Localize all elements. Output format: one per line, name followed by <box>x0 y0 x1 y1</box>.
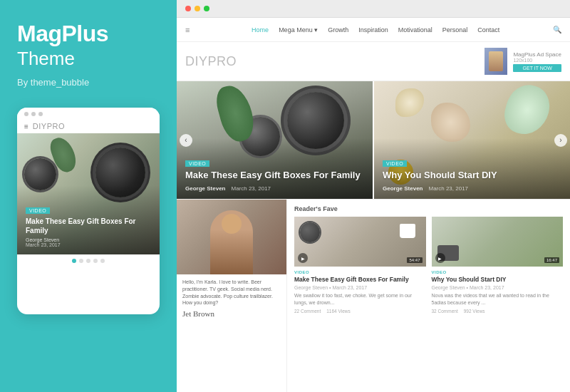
card2-excerpt: Nova was the videos that we all wanted t… <box>432 292 564 306</box>
hero-slider: ‹ VIDEO Make These Easy Gift Boxes For F… <box>177 81 570 199</box>
mobile-hero-author: George Steven <box>26 237 151 242</box>
mobile-hamburger-icon: ≡ <box>24 123 28 130</box>
browser-dot-minimize[interactable] <box>195 6 200 11</box>
ad-size: 120x100 <box>513 58 561 63</box>
browser-content: ≡ Home Mega Menu ▾ Growth Inspiration Mo… <box>177 18 570 392</box>
article-card-1: ▶ 54:47 VIDEO Make These Easy Gift Boxes… <box>294 217 426 314</box>
mobile-mockup: ≡ DIYPRO VIDEO Make These Easy Gift Boxe… <box>17 108 160 314</box>
card1-comments: 22 Comment <box>294 309 321 314</box>
brand-author: By theme_bubble <box>17 77 89 88</box>
bio-image <box>177 200 286 274</box>
bio-paragraph: Hello, I'm Karla. I love to write. Beer … <box>182 279 281 306</box>
ad-image <box>484 48 507 75</box>
mobile-dot-3 <box>38 112 43 116</box>
lower-section: Hello, I'm Karla. I love to write. Beer … <box>177 199 570 392</box>
mobile-hero-tag: VIDEO <box>26 207 50 214</box>
card2-title[interactable]: Why You Should Start DIY <box>432 276 564 284</box>
nav-motivational[interactable]: Motivational <box>398 26 432 33</box>
articles-panel: Reader's Fave ▶ 54:47 VIDEO Make These E… <box>287 200 570 392</box>
nav-growth[interactable]: Growth <box>328 26 348 33</box>
mobile-top-bar <box>17 108 160 119</box>
bio-panel: Hello, I'm Karla. I love to write. Beer … <box>177 200 287 392</box>
card1-tag: VIDEO <box>294 270 426 274</box>
slide-2: VIDEO Why You Should Start DIY George St… <box>373 81 570 199</box>
slide-1-overlay: VIDEO Make These Easy Gift Boxes For Fam… <box>177 138 373 199</box>
site-ad: MagPlus Ad Space 120x100 GET IT NOW <box>484 48 561 75</box>
slide-1-tag: VIDEO <box>185 160 209 167</box>
nav-contact[interactable]: Contact <box>477 26 499 33</box>
brand-name: MagPlus Theme <box>17 21 108 70</box>
site-header: DIYPRO MagPlus Ad Space 120x100 GET IT N… <box>177 42 570 81</box>
nav-search-icon[interactable]: 🔍 <box>553 26 561 33</box>
card1-play-icon: ▶ <box>298 253 308 263</box>
card2-tag: VIDEO <box>432 270 564 274</box>
ad-get-it-now-button[interactable]: GET IT NOW <box>513 64 561 72</box>
browser-dot-maximize[interactable] <box>204 6 209 11</box>
slide-2-tag: VIDEO <box>383 160 407 167</box>
card2-meta: George Steven • March 23, 2017 <box>432 285 564 290</box>
bio-person-body <box>210 210 253 274</box>
slide2-flower2 <box>431 103 470 142</box>
slide2-flower1 <box>395 88 424 117</box>
slide-2-date: March 23, 2017 <box>428 185 468 192</box>
card2-views: 992 Views <box>464 309 485 314</box>
card1-stats: 22 Comment 1164 Views <box>294 309 426 314</box>
site-logo: DIYPRO <box>185 54 237 69</box>
mobile-nav-bar: ≡ DIYPRO <box>17 119 160 133</box>
slide-2-author: George Steven <box>383 185 423 192</box>
nav-inspiration[interactable]: Inspiration <box>358 26 388 33</box>
nav-mega-menu[interactable]: Mega Menu ▾ <box>279 26 318 33</box>
page-dot-5 <box>100 259 105 263</box>
mobile-logo: DIYPRO <box>33 122 65 130</box>
mobile-pagination <box>17 254 160 267</box>
slide-1-author: George Steven <box>185 185 225 192</box>
nav-personal[interactable]: Personal <box>442 26 468 33</box>
article-cards: ▶ 54:47 VIDEO Make These Easy Gift Boxes… <box>294 217 563 314</box>
slide-2-meta: George Steven March 23, 2017 <box>383 185 561 192</box>
card2-duration-badge: 16:47 <box>544 257 559 263</box>
card1-views: 1164 Views <box>326 309 351 314</box>
nav-home[interactable]: Home <box>252 26 269 33</box>
bio-text: Hello, I'm Karla. I love to write. Beer … <box>177 274 286 322</box>
browser-chrome <box>177 0 570 18</box>
slide-1-date: March 23, 2017 <box>231 185 271 192</box>
right-panel: ≡ Home Mega Menu ▾ Growth Inspiration Mo… <box>177 0 570 392</box>
article-card-1-image: ▶ 54:47 <box>294 217 426 267</box>
mobile-hero-image: VIDEO Make These Easy Gift Boxes For Fam… <box>17 133 160 254</box>
ad-label: MagPlus Ad Space <box>513 51 561 58</box>
article-card-2-image: ▶ 16:47 <box>432 217 564 267</box>
nav-hamburger-icon[interactable]: ≡ <box>185 26 190 34</box>
card1-cup <box>400 224 415 238</box>
card1-excerpt: We swallow it too fast, we choke. We get… <box>294 292 426 306</box>
site-nav: ≡ Home Mega Menu ▾ Growth Inspiration Mo… <box>177 18 570 42</box>
mobile-dot-1 <box>24 112 28 116</box>
mobile-hero-date: March 23, 2017 <box>26 242 151 247</box>
browser-dot-close[interactable] <box>185 6 191 11</box>
mobile-hero-title: Make These Easy Gift Boxes For Family <box>26 217 151 235</box>
card1-meta: George Steven • March 23, 2017 <box>294 285 426 290</box>
mobile-hero-overlay: VIDEO Make These Easy Gift Boxes For Fam… <box>17 185 160 254</box>
ad-text-block: MagPlus Ad Space 120x100 GET IT NOW <box>513 51 561 72</box>
card1-title[interactable]: Make These Easy Gift Boxes For Family <box>294 276 426 284</box>
slider-next-button[interactable]: › <box>554 134 567 147</box>
slide-1-title: Make These Easy Gift Boxes For Family <box>185 170 364 182</box>
card2-play-icon: ▶ <box>435 253 445 263</box>
page-dot-2 <box>79 259 83 263</box>
slider-prev-button[interactable]: ‹ <box>180 134 192 147</box>
page-dot-3 <box>86 259 90 263</box>
slide-2-title: Why You Should Start DIY <box>383 170 561 182</box>
slide-2-overlay: VIDEO Why You Should Start DIY George St… <box>374 138 570 199</box>
bio-person-head <box>222 214 242 234</box>
mobile-dot-2 <box>31 112 36 116</box>
bio-signature: Jet Brown <box>182 309 281 318</box>
page-dot-4 <box>93 259 98 263</box>
slide-1-meta: George Steven March 23, 2017 <box>185 185 364 192</box>
card2-stats: 32 Comment 992 Views <box>432 309 564 314</box>
card1-duration-badge: 54:47 <box>407 257 422 263</box>
card2-comments: 32 Comment <box>432 309 458 314</box>
left-panel: MagPlus Theme By theme_bubble ≡ DIYPRO V… <box>0 0 177 392</box>
article-card-2: ▶ 16:47 VIDEO Why You Should Start DIY G… <box>432 217 564 314</box>
slide-1: VIDEO Make These Easy Gift Boxes For Fam… <box>177 81 373 199</box>
page-dot-1 <box>72 259 76 263</box>
slide2-flower3 <box>500 81 554 140</box>
